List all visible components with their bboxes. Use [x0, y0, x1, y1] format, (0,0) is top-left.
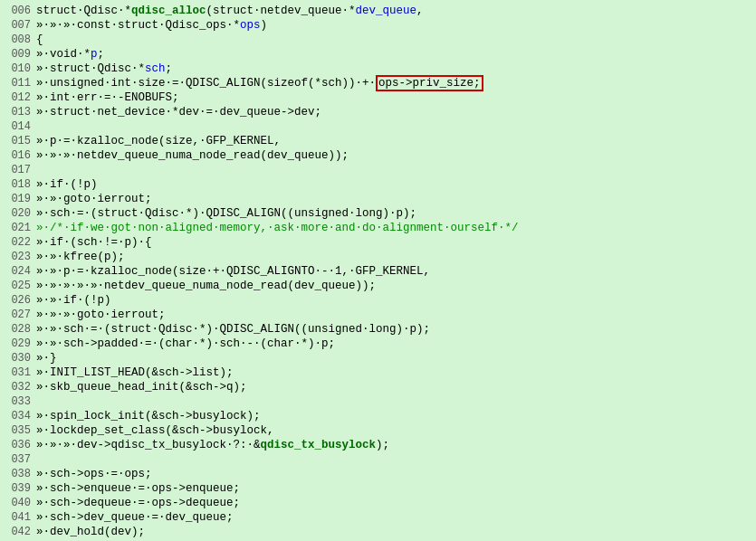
line-content: »·p·=·kzalloc_node(size,·GFP_KERNEL,: [36, 134, 754, 148]
code-text: »·struct·net_device·*dev·=·dev_queue->de…: [36, 106, 321, 119]
table-row: 041»·sch->dev_queue·=·dev_queue;: [0, 510, 756, 525]
line-number: 013: [2, 105, 31, 119]
line-number: 006: [2, 4, 31, 18]
code-function: qdisc_tx_busylock: [261, 439, 377, 451]
table-row: 014: [0, 119, 756, 134]
table-row: 023»·»·kfree(p);: [0, 250, 756, 264]
line-content: »·»·»·»·»·netdev_queue_numa_node_read(de…: [36, 279, 754, 293]
table-row: 010»·struct·Qdisc·*sch;: [0, 62, 756, 76]
code-text: »·sch->ops·=·ops;: [36, 468, 152, 480]
table-row: 038»·sch->ops·=·ops;: [0, 467, 756, 481]
code-text: »·»·p·=·kzalloc_node(size·+·QDISC_ALIGNT…: [36, 265, 430, 278]
line-number: 008: [2, 33, 31, 47]
table-row: 031»·INIT_LIST_HEAD(&sch->list);: [0, 365, 756, 380]
line-number: 031: [2, 365, 31, 380]
line-content: »·skb_queue_head_init(&sch->q);: [36, 380, 754, 394]
code-text: ): [261, 19, 268, 32]
line-number: 010: [2, 62, 31, 76]
table-row: 007»·»·»·const·struct·Qdisc_ops·*ops): [0, 18, 756, 33]
code-text: »·sch->enqueue·=·ops->enqueue;: [36, 482, 240, 495]
code-text: »·sch->dev_queue·=·dev_queue;: [36, 511, 234, 524]
line-content: »·unsigned·int·size·=·QDISC_ALIGN(sizeof…: [36, 76, 754, 90]
table-row: 036»·»·»·dev->qdisc_tx_busylock·?:·&qdis…: [0, 438, 756, 452]
table-row: 020»·sch·=·(struct·Qdisc·*)·QDISC_ALIGN(…: [0, 206, 756, 221]
line-number: 035: [2, 423, 31, 438]
code-text: »·»·»·netdev_queue_numa_node_read(dev_qu…: [36, 149, 349, 162]
line-number: 026: [2, 293, 31, 308]
code-text: »·p·=·kzalloc_node(size,·GFP_KERNEL,: [36, 135, 281, 147]
table-row: 016»·»·»·netdev_queue_numa_node_read(dev…: [0, 148, 756, 163]
code-text: »·lockdep_set_class(&sch->busylock,: [36, 424, 274, 437]
line-number: 015: [2, 134, 31, 148]
code-text: »·dev_hold(dev);: [36, 526, 145, 538]
code-pointer: p: [91, 48, 98, 61]
code-function: qdisc_alloc: [131, 5, 206, 17]
table-row: 017: [0, 163, 756, 177]
table-row: 018»·if·(!p): [0, 177, 756, 192]
line-content: »·if·(sch·!=·p)·{: [36, 235, 754, 250]
code-text: »·void·*: [36, 48, 91, 61]
code-text: »·spin_lock_init(&sch->busylock);: [36, 410, 261, 422]
code-text: »·struct·Qdisc·*: [36, 62, 145, 75]
code-text: struct·Qdisc·*: [36, 5, 131, 17]
table-row: 015»·p·=·kzalloc_node(size,·GFP_KERNEL,: [0, 134, 756, 148]
code-text: »·»·goto·ierrout;: [36, 193, 152, 205]
code-text: »·sch->dequeue·=·ops->dequeue;: [36, 497, 240, 509]
code-text: »·»·»·const·struct·Qdisc_ops·*: [36, 19, 240, 32]
code-text: ;: [98, 48, 105, 61]
line-content: struct·Qdisc·*qdisc_alloc(struct·netdev_…: [36, 4, 754, 18]
code-comment: »·/*·if·we·got·non·aligned·memory,·ask·m…: [36, 222, 519, 234]
line-number: 034: [2, 409, 31, 423]
line-number: 024: [2, 264, 31, 279]
table-row: 025»·»·»·»·»·netdev_queue_numa_node_read…: [0, 279, 756, 293]
line-number: 022: [2, 235, 31, 250]
code-pointer: dev_queue: [356, 5, 417, 17]
line-number: 017: [2, 163, 31, 177]
code-text: »·sch·=·(struct·Qdisc·*)·QDISC_ALIGN((un…: [36, 207, 416, 220]
line-content: »·sch->dequeue·=·ops->dequeue;: [36, 496, 754, 510]
table-row: 032»·skb_queue_head_init(&sch->q);: [0, 380, 756, 394]
table-row: 019»·»·goto·ierrout;: [0, 192, 756, 206]
table-row: 037: [0, 452, 756, 467]
line-content: »·»·»·const·struct·Qdisc_ops·*ops): [36, 18, 754, 33]
code-text: »·if·(sch·!=·p)·{: [36, 236, 152, 249]
code-text: »·»·»·goto·ierrout;: [36, 308, 166, 321]
table-row: 008{: [0, 33, 756, 47]
table-row: 028»·»·sch·=·(struct·Qdisc·*)·QDISC_ALIG…: [0, 322, 756, 337]
line-number: 039: [2, 481, 31, 496]
line-number: 014: [2, 119, 31, 134]
table-row: 011»·unsigned·int·size·=·QDISC_ALIGN(siz…: [0, 76, 756, 90]
line-number: 020: [2, 206, 31, 221]
line-number: 019: [2, 192, 31, 206]
line-content: »·INIT_LIST_HEAD(&sch->list);: [36, 365, 754, 380]
line-number: 042: [2, 525, 31, 539]
table-row: 006struct·Qdisc·*qdisc_alloc(struct·netd…: [0, 4, 756, 18]
line-number: 023: [2, 250, 31, 264]
line-number: 011: [2, 76, 31, 90]
line-content: »·»·sch->padded·=·(char·*)·sch·-·(char·*…: [36, 337, 754, 351]
line-content: »·/*·if·we·got·non·aligned·memory,·ask·m…: [36, 221, 754, 235]
code-text: ;: [166, 62, 173, 75]
line-content: »·»·if·(!p): [36, 293, 754, 308]
line-number: 029: [2, 337, 31, 351]
code-text: »·»·»·dev->qdisc_tx_busylock·?:·&: [36, 439, 261, 451]
code-text: »·}: [36, 352, 57, 365]
line-content: »·sch->enqueue·=·ops->enqueue;: [36, 481, 754, 496]
line-number: 009: [2, 47, 31, 62]
line-number: 040: [2, 496, 31, 510]
table-row: 026»·»·if·(!p): [0, 293, 756, 308]
line-number: 037: [2, 452, 31, 467]
code-text: (struct·netdev_queue·*: [206, 5, 356, 17]
line-number: 033: [2, 394, 31, 409]
line-content: »·sch·=·(struct·Qdisc·*)·QDISC_ALIGN((un…: [36, 206, 754, 221]
line-content: »·»·p·=·kzalloc_node(size·+·QDISC_ALIGNT…: [36, 264, 754, 279]
line-content: »·int·err·=·-ENOBUFS;: [36, 90, 754, 105]
line-content: »·sch->ops·=·ops;: [36, 467, 754, 481]
line-content: »·dev_hold(dev);: [36, 525, 754, 539]
code-text: »·»·sch->padded·=·(char·*)·sch·-·(char·*…: [36, 337, 335, 350]
code-text: »·»·sch·=·(struct·Qdisc·*)·QDISC_ALIGN((…: [36, 323, 430, 336]
table-row: 012»·int·err·=·-ENOBUFS;: [0, 90, 756, 105]
code-text: »·»·»·»·»·netdev_queue_numa_node_read(de…: [36, 280, 376, 292]
table-row: 027»·»·»·goto·ierrout;: [0, 308, 756, 322]
line-content: »·»·goto·ierrout;: [36, 192, 754, 206]
